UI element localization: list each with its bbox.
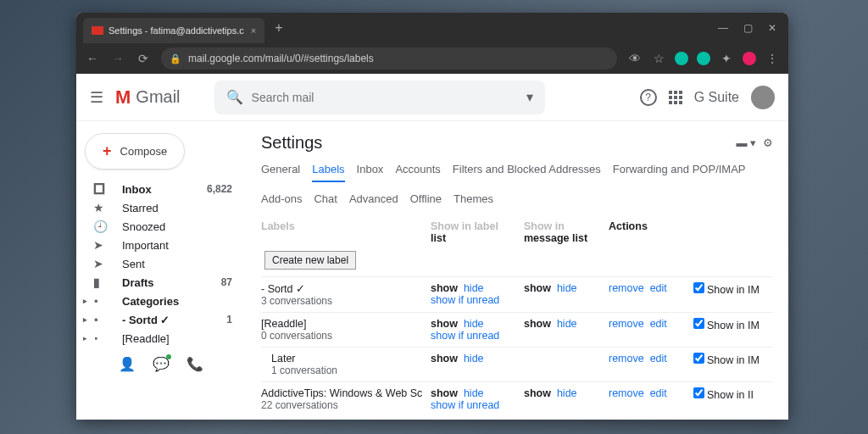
gsuite-label: G Suite <box>694 90 739 105</box>
edit-link[interactable]: edit <box>650 353 667 364</box>
show-if-unread-link[interactable]: show if unread <box>431 399 499 411</box>
show-link[interactable]: show <box>524 282 551 294</box>
avatar[interactable] <box>751 86 775 109</box>
new-tab-button[interactable]: + <box>275 20 282 36</box>
hamburger-icon[interactable]: ☰ <box>90 88 103 107</box>
help-icon[interactable]: ? <box>640 89 657 106</box>
settings-tab[interactable]: Chat <box>314 192 337 210</box>
star-icon[interactable]: ☆ <box>651 52 666 65</box>
hide-link[interactable]: hide <box>557 387 577 399</box>
show-in-im-label: Show in II <box>707 389 754 401</box>
lock-icon: 🔒 <box>170 53 181 64</box>
plus-icon: + <box>103 142 112 160</box>
remove-link[interactable]: remove <box>609 387 644 399</box>
sidebar-footer: 👤 💬 📞 <box>76 348 246 372</box>
show-link[interactable]: show <box>431 318 458 330</box>
remove-link[interactable]: remove <box>609 282 644 294</box>
show-link[interactable]: show <box>524 387 551 399</box>
show-in-im-checkbox[interactable] <box>693 387 704 398</box>
settings-tab[interactable]: General <box>261 163 300 182</box>
sidebar-icon: 🞍 <box>93 331 110 345</box>
settings-tab[interactable]: Add-ons <box>261 192 302 210</box>
settings-main: Settings ▬ ▾ ⚙ GeneralLabelsInboxAccount… <box>246 121 788 420</box>
extension-1-icon[interactable] <box>675 52 688 65</box>
settings-tab[interactable]: Inbox <box>357 163 384 182</box>
menu-icon[interactable]: ⋮ <box>765 52 780 65</box>
show-if-unread-link[interactable]: show if unread <box>431 294 499 306</box>
compose-button[interactable]: + Compose <box>85 133 185 170</box>
tab-title: Settings - fatima@addictivetips.c <box>108 25 244 36</box>
sidebar-icon: ➤ <box>93 238 110 252</box>
phone-icon[interactable]: 📞 <box>186 356 203 372</box>
hide-link[interactable]: hide <box>464 318 484 330</box>
show-link[interactable]: show <box>431 282 458 294</box>
search-dropdown-icon[interactable]: ▾ <box>526 89 533 105</box>
sidebar-item[interactable]: ➤Important <box>76 236 246 254</box>
remove-link[interactable]: remove <box>609 353 644 364</box>
browser-tab[interactable]: Settings - fatima@addictivetips.c × <box>83 18 264 43</box>
tab-close-icon[interactable]: × <box>251 25 256 36</box>
edit-link[interactable]: edit <box>650 387 667 399</box>
apps-grid-icon[interactable] <box>669 91 682 104</box>
reload-icon[interactable]: ⟳ <box>136 52 151 65</box>
hide-link[interactable]: hide <box>464 353 484 364</box>
back-icon[interactable]: ← <box>85 52 100 65</box>
gmail-logo[interactable]: M Gmail <box>115 86 181 108</box>
settings-tabs-2: Add-onsChatAdvancedOfflineThemes <box>261 192 773 210</box>
forward-icon[interactable]: → <box>110 52 125 65</box>
browser-window: Settings - fatima@addictivetips.c × + — … <box>76 13 788 420</box>
hide-link[interactable]: hide <box>557 318 577 330</box>
extension-2-icon[interactable] <box>697 52 710 65</box>
sidebar-label: Snoozed <box>122 220 165 233</box>
sidebar-item[interactable]: ▮Drafts87 <box>76 273 246 292</box>
settings-tab[interactable]: Accounts <box>395 163 440 182</box>
sidebar-item[interactable]: 🕘Snoozed <box>76 217 246 236</box>
hide-link[interactable]: hide <box>464 282 484 294</box>
show-in-im-checkbox[interactable] <box>693 318 704 329</box>
settings-tab[interactable]: Labels <box>312 163 344 182</box>
sidebar: + Compose 🞏Inbox6,822★Starred🕘Snoozed➤Im… <box>76 121 246 420</box>
sidebar-item[interactable]: ▸🞍[Readdle] <box>76 329 246 348</box>
density-icon[interactable]: ▬ ▾ <box>736 136 756 149</box>
minimize-icon[interactable]: — <box>718 22 728 34</box>
contacts-icon[interactable]: 👤 <box>119 356 136 372</box>
url-box[interactable]: 🔒 mail.google.com/mail/u/0/#settings/lab… <box>161 47 617 70</box>
close-window-icon[interactable]: ✕ <box>768 22 776 34</box>
edit-link[interactable]: edit <box>650 282 667 294</box>
show-in-im-checkbox[interactable] <box>693 353 704 364</box>
settings-tab[interactable]: Filters and Blocked Addresses <box>453 163 601 182</box>
extensions-icon[interactable]: ✦ <box>719 52 734 65</box>
search-input[interactable] <box>252 91 526 104</box>
show-link[interactable]: show <box>431 353 458 364</box>
sidebar-icon: ★ <box>93 201 110 214</box>
profile-icon[interactable] <box>743 52 756 65</box>
gear-icon[interactable]: ⚙ <box>763 136 773 149</box>
sidebar-item[interactable]: 🞏Inbox6,822 <box>76 180 246 198</box>
sidebar-item[interactable]: ▸🞍Categories <box>76 292 246 310</box>
settings-tab[interactable]: Advanced <box>349 192 398 210</box>
sidebar-item[interactable]: ➤Sent <box>76 254 246 273</box>
sidebar-item[interactable]: ▸🞍- Sortd ✓1 <box>76 310 246 329</box>
show-in-im-checkbox[interactable] <box>693 282 704 293</box>
settings-title: Settings <box>261 133 322 153</box>
search-box[interactable]: 🔍 ▾ <box>214 81 545 114</box>
sidebar-item[interactable]: ★Starred <box>76 198 246 217</box>
hangouts-icon[interactable]: 💬 <box>153 356 170 372</box>
edit-link[interactable]: edit <box>650 318 667 330</box>
sidebar-label: Sent <box>122 258 145 270</box>
create-label-button[interactable]: Create new label <box>264 251 356 270</box>
eye-icon[interactable]: 👁 <box>627 52 643 65</box>
hide-link[interactable]: hide <box>557 282 577 294</box>
maximize-icon[interactable]: ▢ <box>743 22 753 34</box>
show-link[interactable]: show <box>524 318 551 330</box>
hide-link[interactable]: hide <box>464 387 484 399</box>
brand-text: Gmail <box>136 87 180 107</box>
label-name: Later <box>271 353 431 364</box>
sidebar-icon: 🞏 <box>93 182 110 196</box>
settings-tab[interactable]: Forwarding and POP/IMAP <box>613 163 746 182</box>
show-link[interactable]: show <box>431 387 458 399</box>
settings-tab[interactable]: Themes <box>453 192 493 210</box>
show-if-unread-link[interactable]: show if unread <box>431 330 499 342</box>
settings-tab[interactable]: Offline <box>410 192 442 210</box>
remove-link[interactable]: remove <box>609 318 644 330</box>
